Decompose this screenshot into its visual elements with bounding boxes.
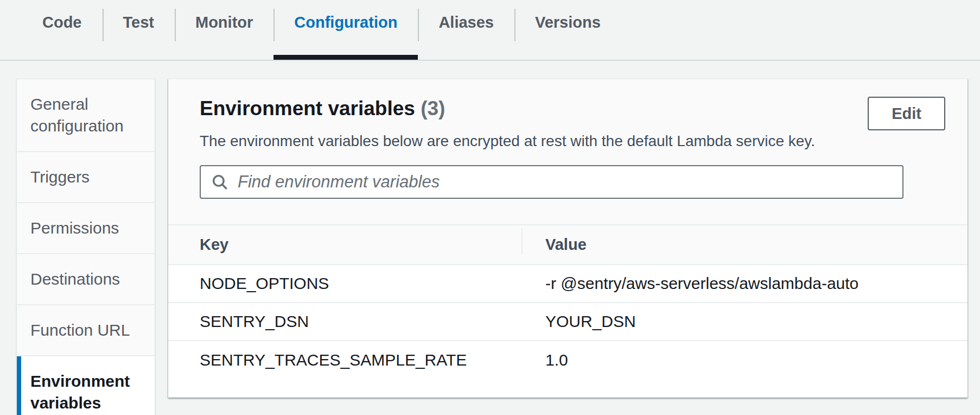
tab-code[interactable]: Code [22, 0, 103, 60]
page-title: Environment variables (3) [200, 97, 946, 121]
env-var-key: NODE_OPTIONS [168, 274, 523, 293]
env-var-key: SENTRY_TRACES_SAMPLE_RATE [168, 351, 523, 369]
sidebar-item-destinations[interactable]: Destinations [17, 254, 155, 305]
env-var-value: 1.0 [523, 351, 968, 369]
configuration-sidebar: General configuration Triggers Permissio… [16, 79, 155, 415]
tab-label: Configuration [294, 14, 397, 32]
sidebar-item-function-url[interactable]: Function URL [17, 305, 155, 356]
column-header-value[interactable]: Value [523, 236, 968, 254]
tab-label: Monitor [195, 14, 253, 32]
search-input[interactable] [238, 166, 893, 198]
tab-test[interactable]: Test [103, 0, 175, 60]
tab-configuration[interactable]: Configuration [273, 0, 418, 60]
configuration-content: General configuration Triggers Permissio… [0, 61, 980, 415]
tab-label: Code [42, 14, 82, 32]
env-var-value: YOUR_DSN [523, 312, 968, 331]
sidebar-item-permissions[interactable]: Permissions [17, 203, 155, 254]
tab-versions[interactable]: Versions [514, 0, 621, 60]
sidebar-item-environment-variables[interactable]: Environment variables [17, 356, 155, 415]
card-description: The environment variables below are encr… [200, 133, 946, 150]
column-header-key[interactable]: Key [168, 236, 523, 254]
tab-label: Versions [535, 14, 601, 32]
tab-label: Test [123, 14, 154, 32]
environment-variables-card: Environment variables (3) Edit The envir… [168, 79, 968, 398]
tab-label: Aliases [438, 14, 494, 32]
edit-button[interactable]: Edit [868, 97, 945, 130]
environment-variables-table: Key Value NODE_OPTIONS -r @sentry/aws-se… [168, 224, 968, 398]
table-row[interactable]: SENTRY_TRACES_SAMPLE_RATE 1.0 [168, 341, 968, 398]
page-title-text: Environment variables [200, 97, 415, 120]
table-row[interactable]: SENTRY_DSN YOUR_DSN [168, 303, 968, 341]
env-var-value: -r @sentry/aws-serverless/awslambda-auto [523, 274, 968, 293]
table-row[interactable]: NODE_OPTIONS -r @sentry/aws-serverless/a… [168, 265, 968, 303]
sidebar-item-triggers[interactable]: Triggers [17, 152, 155, 203]
card-header: Environment variables (3) Edit The envir… [168, 79, 968, 150]
item-count-badge: (3) [421, 97, 445, 120]
function-tab-bar: Code Test Monitor Configuration Aliases … [0, 0, 980, 61]
tab-aliases[interactable]: Aliases [418, 0, 514, 60]
tab-monitor[interactable]: Monitor [175, 0, 273, 60]
env-var-key: SENTRY_DSN [168, 312, 523, 331]
table-header-row: Key Value [168, 224, 968, 265]
search-icon [211, 173, 229, 191]
sidebar-item-general-configuration[interactable]: General configuration [17, 79, 155, 152]
search-box[interactable] [200, 165, 903, 199]
